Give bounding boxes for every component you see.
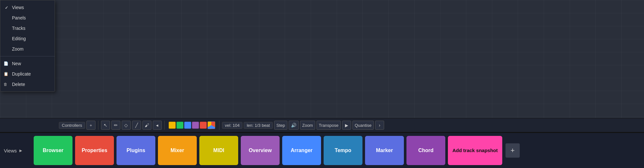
- midi-button[interactable]: MIDI: [199, 136, 238, 165]
- arranger-button[interactable]: Arranger: [282, 136, 321, 165]
- add-view-plus-button[interactable]: +: [505, 143, 520, 158]
- color-swatches-group: [169, 121, 215, 129]
- pencil-tool-button[interactable]: ✏: [111, 121, 120, 130]
- toolbar: Controllers + ↖ ✏ ◇ ╱ 🖌 ◂ vel: 104: [0, 118, 644, 132]
- speaker-tool-button[interactable]: ◂: [153, 121, 162, 130]
- step-button[interactable]: Step: [274, 121, 287, 130]
- length-display: len: 1/3 beat: [244, 122, 273, 129]
- dropdown-menu: ✓ Views Panels Tracks Editing Zoom 📄 New…: [0, 0, 55, 92]
- plugins-button[interactable]: Plugins: [117, 136, 155, 165]
- color-swatch-purple[interactable]: [192, 122, 199, 129]
- separator-3: [219, 121, 219, 130]
- separator-1: [98, 121, 98, 130]
- arrow-tool-button[interactable]: ↖: [101, 121, 110, 130]
- chord-button[interactable]: Chord: [406, 136, 445, 165]
- menu-separator: [0, 56, 55, 56]
- views-label: Views ▶: [0, 148, 32, 153]
- transpose-arrow-button[interactable]: ▶: [342, 121, 351, 130]
- transpose-button[interactable]: Transpose: [316, 121, 341, 130]
- duplicate-icon: 📋: [4, 72, 8, 76]
- menu-item-zoom[interactable]: Zoom: [0, 44, 55, 54]
- browser-button[interactable]: Browser: [34, 136, 72, 165]
- menu-item-duplicate[interactable]: 📋 Duplicate: [0, 69, 55, 79]
- toolbar-controllers-label: Controllers: [59, 122, 85, 129]
- delete-icon: 🗑: [4, 82, 7, 87]
- pencil-icon: ✏: [114, 123, 118, 128]
- color-swatch-multicolor[interactable]: [207, 121, 215, 129]
- menu-item-panels[interactable]: Panels: [0, 13, 55, 23]
- eraser-tool-button[interactable]: ◇: [122, 121, 131, 130]
- paint-tool-button[interactable]: 🖌: [142, 121, 151, 130]
- views-bar: Views ▶ Browser Properties Plugins Mixer…: [0, 132, 644, 168]
- step-speaker-icon: 🔊: [291, 123, 296, 128]
- properties-button[interactable]: Properties: [75, 136, 114, 165]
- checkmark-icon: ✓: [5, 5, 8, 10]
- color-swatch-yellow[interactable]: [169, 122, 176, 129]
- mixer-button[interactable]: Mixer: [158, 136, 197, 165]
- menu-item-editing[interactable]: Editing: [0, 33, 55, 44]
- menu-item-delete[interactable]: 🗑 Delete: [0, 79, 55, 90]
- more-arrow-button[interactable]: ›: [375, 121, 384, 130]
- color-swatch-red[interactable]: [200, 122, 207, 129]
- velocity-display: vel: 104: [222, 122, 243, 129]
- eraser-icon: ◇: [124, 123, 128, 128]
- color-swatch-green[interactable]: [176, 122, 183, 129]
- tempo-button[interactable]: Tempo: [324, 136, 362, 165]
- line-tool-button[interactable]: ╱: [132, 121, 141, 130]
- quantise-button[interactable]: Quantise: [352, 121, 374, 130]
- step-speaker-button[interactable]: 🔊: [289, 121, 299, 130]
- paint-icon: 🖌: [145, 123, 149, 128]
- color-swatch-blue[interactable]: [184, 122, 191, 129]
- toolbar-plus-button[interactable]: +: [86, 121, 95, 130]
- marker-button[interactable]: Marker: [365, 136, 404, 165]
- more-arrow-icon: ›: [379, 123, 381, 128]
- new-icon: 📄: [4, 61, 8, 66]
- speaker-icon: ◂: [156, 123, 158, 128]
- menu-item-tracks[interactable]: Tracks: [0, 23, 55, 33]
- add-track-snapshot-button[interactable]: Add track snapshot: [448, 136, 502, 165]
- overview-button[interactable]: Overview: [241, 136, 280, 165]
- menu-item-new[interactable]: 📄 New: [0, 58, 55, 69]
- line-icon: ╱: [135, 123, 138, 128]
- arrow-cursor-icon: ↖: [104, 123, 107, 128]
- separator-2: [164, 121, 165, 130]
- zoom-button[interactable]: Zoom: [300, 121, 315, 130]
- menu-item-views[interactable]: ✓ Views: [0, 2, 55, 13]
- views-arrow-icon: ▶: [19, 149, 22, 153]
